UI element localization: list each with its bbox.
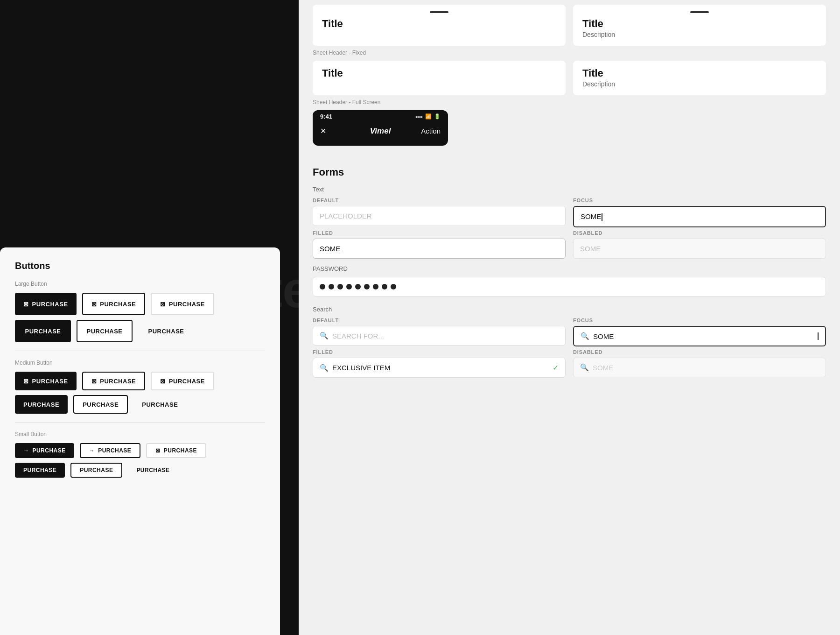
search-focus-value: SOME — [593, 332, 813, 340]
sheet-desc-2: Description — [582, 31, 817, 38]
search-placeholder-text: SEARCH FOR... — [332, 332, 559, 340]
medium-filled-btn[interactable]: PURCHASE — [15, 395, 68, 414]
search-icon-disabled: 🔍 — [580, 363, 589, 372]
sheet-title-3: Title — [322, 67, 556, 79]
small-btn-row-2: PURCHASE PURCHASE PURCHASE — [15, 463, 265, 478]
text-cursor — [602, 213, 602, 221]
search-disabled-input: 🔍 SOME — [573, 358, 826, 377]
arrow-icon-s2: → — [89, 447, 95, 454]
search-default-input[interactable]: 🔍 SEARCH FOR... — [313, 326, 566, 346]
wifi-icon: 📶 — [425, 113, 432, 120]
search-group-label: Search — [313, 306, 826, 313]
password-dot-3 — [337, 284, 343, 289]
sheet-title-4: Title — [582, 67, 817, 79]
filled-state: FILLED SOME — [313, 230, 566, 259]
small-arrow-filled-btn[interactable]: → PURCHASE — [15, 443, 74, 458]
password-input[interactable] — [313, 277, 826, 296]
search-filled-input[interactable]: 🔍 EXCLUSIVE ITEM ✓ — [313, 358, 566, 378]
medium-filled-icon-btn[interactable]: ⊠ PURCHASE — [15, 372, 77, 390]
disabled-input: SOME — [573, 239, 826, 259]
filled-input[interactable]: SOME — [313, 239, 566, 259]
image-icon-s3: ⊠ — [155, 447, 160, 454]
search-filled-value: EXCLUSIVE ITEM — [332, 364, 549, 372]
divider-2 — [15, 422, 265, 423]
large-ghost-btn[interactable]: PURCHASE — [138, 320, 194, 342]
search-default-label: DEFAULT — [313, 318, 566, 323]
default-label: DEFAULT — [313, 198, 566, 203]
forms-title: Forms — [313, 166, 826, 178]
buttons-panel-title: Buttons — [15, 261, 265, 271]
small-ghost-btn[interactable]: PURCHASE — [128, 463, 178, 478]
large-btn-row-1: ⊠ PURCHASE ⊠ PURCHASE ⊠ PURCHASE — [15, 293, 265, 315]
search-disabled-state: DISABLED 🔍 SOME — [573, 349, 826, 378]
default-input[interactable]: PLACEHOLDER — [313, 206, 566, 226]
default-state: DEFAULT PLACEHOLDER — [313, 198, 566, 227]
text-group-label: Text — [313, 186, 826, 193]
password-dot-4 — [346, 284, 352, 289]
medium-btn-row-1: ⊠ PURCHASE ⊠ PURCHASE ⊠ PURCHASE — [15, 372, 265, 390]
sheet-card-scroll-right: Title Description — [573, 5, 826, 46]
battery-icon: 🔋 — [434, 113, 441, 120]
password-dot-9 — [391, 284, 396, 289]
status-icons: ▪▪▪▪ 📶 🔋 — [415, 113, 441, 120]
text-filled-row: FILLED SOME DISABLED SOME — [313, 230, 826, 259]
sheet-fixed-label: Sheet Header - Fixed — [313, 49, 826, 56]
password-dot-6 — [364, 284, 370, 289]
medium-ghost-icon-btn[interactable]: ⊠ PURCHASE — [151, 372, 214, 390]
sheet-headers-section: Title Title Description Sheet Header - F… — [299, 0, 840, 155]
image-icon-m2: ⊠ — [91, 378, 97, 385]
text-states-row: DEFAULT PLACEHOLDER FOCUS SOME — [313, 198, 826, 227]
sheet-fullscreen-label: Sheet Header - Full Screen — [313, 99, 826, 106]
search-default-state: DEFAULT 🔍 SEARCH FOR... — [313, 318, 566, 346]
password-dot-1 — [320, 284, 325, 289]
large-ghost-icon-btn[interactable]: ⊠ PURCHASE — [151, 293, 214, 315]
password-group-label: PASSWORD — [313, 265, 826, 272]
small-filled-btn[interactable]: PURCHASE — [15, 463, 65, 478]
medium-ghost-btn[interactable]: PURCHASE — [133, 395, 186, 414]
arrow-icon-s1: → — [23, 447, 29, 454]
filled-label: FILLED — [313, 230, 566, 236]
sheet-scroll-row: Title Title Description — [313, 5, 826, 46]
right-panel: Title Title Description Sheet Header - F… — [299, 0, 840, 635]
password-dot-2 — [329, 284, 334, 289]
password-dot-7 — [373, 284, 378, 289]
password-dot-5 — [355, 284, 361, 289]
sheet-fixed-row: Title Title Description — [313, 61, 826, 95]
large-outline-btn[interactable]: PURCHASE — [77, 320, 133, 342]
medium-outline-btn[interactable]: PURCHASE — [73, 395, 128, 414]
nav-action[interactable]: Action — [421, 127, 441, 135]
large-filled-btn[interactable]: PURCHASE — [15, 320, 71, 342]
close-icon[interactable]: ✕ — [320, 127, 326, 135]
sheet-card-fixed-right: Title Description — [573, 61, 826, 95]
medium-button-label: Medium Button — [15, 360, 265, 366]
sheet-card-fixed-left: Title — [313, 61, 566, 95]
large-button-label: Large Button — [15, 281, 265, 287]
image-icon-3: ⊠ — [160, 301, 166, 308]
large-btn-row-2: PURCHASE PURCHASE PURCHASE — [15, 320, 265, 342]
small-arrow-outline-btn[interactable]: → PURCHASE — [80, 443, 141, 458]
status-bar: 9:41 ▪▪▪▪ 📶 🔋 — [313, 110, 448, 123]
search-states-row: DEFAULT 🔍 SEARCH FOR... FOCUS 🔍 SOME — [313, 318, 826, 346]
focus-state: FOCUS SOME — [573, 198, 826, 227]
small-icon-ghost-btn[interactable]: ⊠ PURCHASE — [146, 443, 206, 458]
large-filled-icon-btn-1[interactable]: ⊠ PURCHASE — [15, 293, 77, 315]
check-icon: ✓ — [553, 363, 559, 372]
sheet-desc-4: Description — [582, 80, 817, 88]
sheet-title-2: Title — [582, 18, 817, 30]
search-filled-state: FILLED 🔍 EXCLUSIVE ITEM ✓ — [313, 349, 566, 378]
signal-icon: ▪▪▪▪ — [415, 114, 423, 120]
image-icon-m3: ⊠ — [160, 378, 166, 385]
small-btn-row-1: → PURCHASE → PURCHASE ⊠ PURCHASE — [15, 443, 265, 458]
small-outline-btn[interactable]: PURCHASE — [70, 463, 122, 478]
focus-input[interactable]: SOME — [573, 206, 826, 227]
search-focus-input[interactable]: 🔍 SOME — [573, 326, 826, 346]
medium-outline-icon-btn[interactable]: ⊠ PURCHASE — [82, 372, 146, 390]
fullscreen-sheet: 9:41 ▪▪▪▪ 📶 🔋 ✕ Vimel Action — [313, 110, 448, 146]
buttons-panel: Buttons Large Button ⊠ PURCHASE ⊠ PURCHA… — [0, 247, 280, 635]
search-disabled-value: SOME — [593, 364, 819, 372]
large-outline-icon-btn[interactable]: ⊠ PURCHASE — [82, 293, 146, 315]
small-button-label: Small Button — [15, 431, 265, 437]
nav-brand: Vimel — [370, 127, 391, 136]
disabled-state: DISABLED SOME — [573, 230, 826, 259]
image-icon-2: ⊠ — [91, 301, 97, 308]
